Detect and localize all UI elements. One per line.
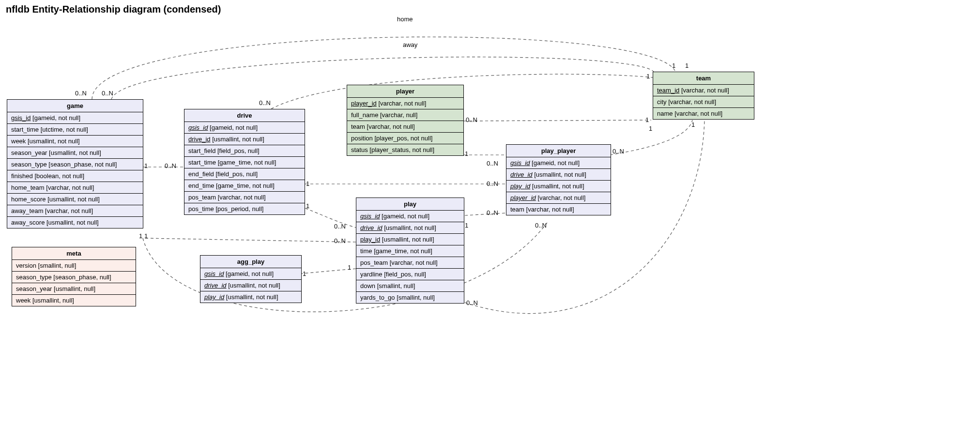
card-game-play-1: 1 [144, 232, 148, 240]
card-game-away-n: 0..N [102, 90, 113, 97]
card-pp-team-n: 0..N [612, 148, 624, 155]
card-play-agg-a: 1 [348, 264, 351, 271]
entity-play-header: play [356, 198, 464, 211]
rel-label-home: home [397, 15, 413, 23]
card-pp-team-1: 1 [649, 125, 652, 132]
entity-agg-play: agg_play gsis_id [gameid, not null] driv… [200, 255, 302, 303]
entity-meta: meta version [smallint, null] season_typ… [12, 247, 136, 306]
diagram-title: nfldb Entity-Relationship diagram (conde… [6, 4, 980, 15]
card-drive-play-n: 0..N [334, 223, 346, 230]
entity-drive: drive gsis_id [gameid, not null] drive_i… [184, 109, 305, 215]
card-drive-team-1: 1 [646, 73, 650, 80]
card-drive-pp-1: 1 [306, 180, 309, 187]
card-game-drive-1: 1 [144, 162, 148, 169]
entity-team-header: team [653, 72, 754, 85]
entity-meta-header: meta [12, 247, 136, 260]
entity-play-player-header: play_player [506, 145, 611, 157]
card-play-team-1: 1 [691, 121, 695, 128]
card-team-away-1: 1 [685, 62, 689, 69]
card-team-home-1: 1 [672, 62, 675, 69]
entity-drive-header: drive [184, 109, 305, 122]
card-game-home-n: 0..N [75, 90, 87, 97]
card-player-team-n: 0..N [466, 116, 477, 123]
card-game-play-n: 0..N [334, 237, 346, 244]
entity-player: player player_id [varchar, not null] ful… [347, 85, 464, 156]
entity-team: team team_id [varchar, not null] city [v… [653, 72, 754, 120]
rel-label-away: away [403, 41, 417, 48]
card-game-pp-1: 1 [139, 232, 142, 240]
card-drive-pp-n: 0..N [487, 180, 498, 187]
entity-play: play gsis_id [gameid, not null] drive_id… [356, 198, 464, 304]
entity-play-player: play_player gsis_id [gameid, not null] d… [506, 144, 611, 215]
card-drive-play-1: 1 [306, 202, 309, 210]
card-play-team-n: 0..N [466, 299, 478, 306]
card-play-agg-b: 1 [303, 270, 306, 277]
entity-agg-play-header: agg_play [200, 256, 301, 268]
card-play-pp-n: 0..N [487, 209, 498, 216]
card-player-team-1: 1 [645, 116, 649, 123]
card-game-drive-n: 0..N [165, 162, 176, 169]
card-player-pp-n: 0..N [487, 160, 498, 167]
entity-game-header: game [7, 100, 143, 112]
card-drive-team-n: 0..N [259, 99, 271, 106]
entity-game: game gsis_id [gameid, not null] start_ti… [7, 99, 143, 228]
card-game-pp-n: 0..N [535, 222, 547, 229]
card-player-pp-1: 1 [465, 150, 468, 157]
entity-player-header: player [347, 85, 463, 98]
card-play-pp-1: 1 [465, 222, 468, 229]
